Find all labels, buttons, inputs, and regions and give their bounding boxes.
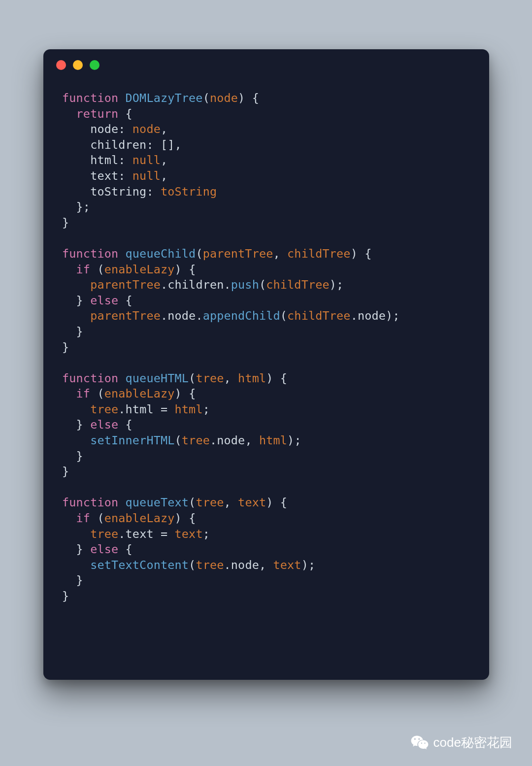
footer-text: code秘密花园: [433, 734, 512, 751]
minimize-icon[interactable]: [73, 60, 83, 70]
close-icon[interactable]: [56, 60, 66, 70]
wechat-icon: [411, 733, 429, 751]
footer-attribution: code秘密花园: [411, 733, 512, 751]
window-titlebar: [43, 49, 489, 73]
maximize-icon[interactable]: [90, 60, 100, 70]
code-window: function DOMLazyTree(node) { return { no…: [43, 49, 489, 680]
code-content: function DOMLazyTree(node) { return { no…: [43, 73, 489, 619]
